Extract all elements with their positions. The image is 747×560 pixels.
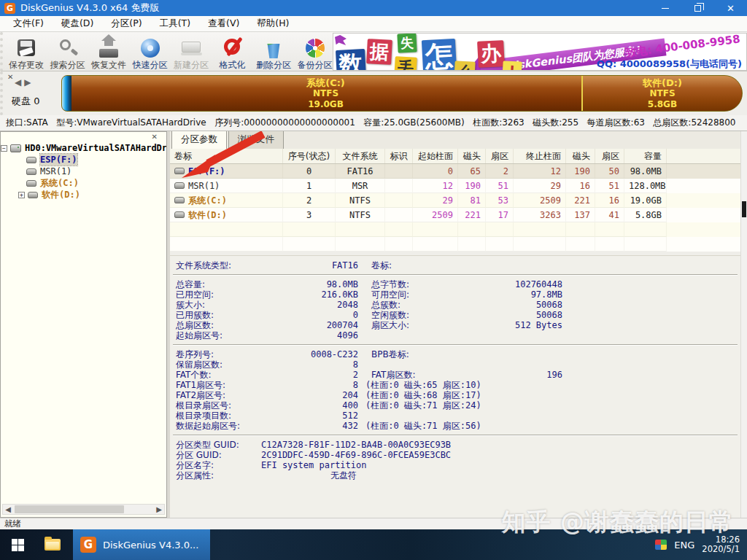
detail-label: FAT1扇区号:: [170, 380, 278, 390]
file-explorer-button[interactable]: [35, 529, 70, 560]
empty-cell: [566, 222, 595, 237]
close-icon: ✕: [727, 4, 735, 13]
toolbar-button-5[interactable]: 新建分区: [171, 34, 212, 70]
disk-bar-c-segment[interactable]: 系统(C:) NTFS 19.0GB: [71, 76, 580, 111]
table-row[interactable]: ESP(F:)0FAT160652121905098.0MB: [170, 164, 740, 179]
scroll-right-icon[interactable]: ▶: [154, 505, 164, 513]
menu-item-4[interactable]: 查看(V): [199, 16, 248, 31]
ad-banner[interactable]: DiskGenius团队为您服务! 致电: 400-008-9958 QQ: 4…: [333, 33, 747, 71]
column-header-9[interactable]: 扇区: [595, 149, 624, 163]
toolbar: DiskGenius团队为您服务! 致电: 400-008-9958 QQ: 4…: [0, 32, 747, 71]
detail-value-right: 196: [453, 370, 562, 380]
toolbar-button-3[interactable]: 恢复文件: [88, 34, 129, 70]
tab-partition-params[interactable]: 分区参数: [171, 131, 227, 149]
minimize-button[interactable]: [649, 0, 681, 16]
tab-browse-files[interactable]: 浏览文件: [228, 131, 284, 149]
backup-partition-icon: [306, 39, 325, 58]
detail-label: 分区属性:: [170, 470, 261, 481]
toolbar-button-label: 保存更改: [9, 60, 44, 70]
column-header-5[interactable]: 磁头: [458, 149, 486, 163]
diskgenius-icon: G: [80, 537, 96, 553]
column-header-8[interactable]: 磁头: [566, 149, 595, 163]
quick-partition-icon: [141, 39, 160, 58]
column-header-3[interactable]: 标识: [385, 149, 413, 163]
column-header-4[interactable]: 起始柱面: [413, 149, 458, 163]
table-row[interactable]: 系统(C:)2NTFS29815325092211619.0GB: [170, 193, 740, 208]
d-fs: NTFS: [583, 88, 742, 99]
column-header-10[interactable]: 容量: [624, 149, 667, 163]
restore-button[interactable]: [681, 0, 714, 16]
column-header-1[interactable]: 序号(状态): [283, 149, 336, 163]
toolbar-button-label: 删除分区: [256, 60, 291, 70]
details-section-3: 卷序列号:0008-C232BPB卷标:保留扇区数:8FAT个数:2FAT扇区数…: [170, 349, 740, 431]
expand-icon[interactable]: +: [18, 192, 25, 198]
ad-tile: !: [502, 61, 522, 71]
tree-item-软件(D:)[interactable]: +软件(D:): [1, 189, 166, 201]
partition-icon: [174, 182, 185, 189]
menu-item-0[interactable]: 文件(F): [4, 16, 53, 31]
column-header-6[interactable]: 扇区: [486, 149, 514, 163]
vertical-scrollbar-thumb[interactable]: [742, 201, 746, 217]
toolbar-button-1[interactable]: 保存更改: [6, 34, 47, 70]
scrollbar-thumb[interactable]: [15, 505, 124, 513]
detail-label: FAT个数:: [170, 370, 278, 380]
tree-item-MSR(1)[interactable]: MSR(1): [1, 166, 166, 177]
table-row[interactable]: 软件(D:)3NTFS2509221173263137415.8GB: [170, 208, 740, 222]
menu-item-2[interactable]: 分区(P): [102, 16, 150, 31]
cell: 16: [595, 193, 624, 208]
toolbar-button-4[interactable]: 快速分区: [130, 34, 171, 70]
menu-item-1[interactable]: 硬盘(D): [53, 16, 102, 31]
close-button[interactable]: ✕: [714, 0, 747, 16]
tree-horizontal-scrollbar[interactable]: ◀ ▶: [2, 504, 165, 515]
disk-bar-esp-segment[interactable]: [62, 76, 69, 111]
menu-item-5[interactable]: 帮助(H): [248, 16, 298, 31]
ad-tile: 办: [477, 40, 505, 68]
tree-item-ESP(F:)[interactable]: ESP(F:): [1, 154, 166, 166]
disk-panel-close-icon[interactable]: ✕: [7, 73, 13, 81]
scroll-left-icon[interactable]: ◀: [3, 505, 13, 513]
cell: MSR: [336, 179, 385, 193]
input-method-icon[interactable]: [655, 540, 667, 550]
detail-label-right: 总字节数:: [371, 279, 453, 289]
empty-cell: [624, 222, 667, 237]
language-indicator[interactable]: ENG: [674, 540, 694, 551]
diskgenius-task-button[interactable]: G DiskGenius V4.3.0...: [73, 529, 210, 560]
menu-item-3[interactable]: 工具(T): [151, 16, 199, 31]
disk-nav-arrows[interactable]: ◀▶: [15, 77, 34, 88]
detail-value: 8: [278, 380, 358, 390]
tree-item-系统(C:)[interactable]: 系统(C:): [1, 177, 166, 189]
toolbar-button-2[interactable]: 搜索分区: [47, 34, 88, 70]
recover-files-icon: [99, 49, 118, 58]
app-icon: G: [4, 3, 15, 14]
disk-bar-d-segment[interactable]: 软件(D:) NTFS 5.8GB: [581, 76, 742, 111]
toolbar-button-6[interactable]: 格式化: [212, 34, 253, 70]
section-divider: [173, 435, 738, 436]
column-header-0[interactable]: 卷标: [170, 149, 283, 163]
column-header-2[interactable]: 文件系统: [336, 149, 385, 163]
detail-row: 总扇区数:200704扇区大小:512 Bytes: [170, 320, 740, 330]
cell: 51: [595, 179, 624, 193]
tree-item-disk[interactable]: −HD0:VMwareVirtualSATAHardDrive: [1, 142, 166, 154]
detail-value: 4096: [278, 330, 358, 341]
detail-value: 98.0MB: [278, 279, 358, 289]
detail-value: 400: [278, 400, 358, 411]
table-row[interactable]: MSR(1)1MSR1219051291651128.0MB: [170, 179, 740, 193]
tree-panel-close-icon[interactable]: ✕: [152, 133, 158, 141]
empty-cell: [336, 237, 385, 252]
toolbar-button-8[interactable]: 备份分区: [295, 34, 336, 70]
detail-value: 432: [278, 421, 358, 431]
toolbar-button-label: 新建分区: [174, 60, 209, 70]
partition-tree-panel: ✕ −HD0:VMwareVirtualSATAHardDriveESP(F:)…: [0, 131, 167, 518]
detail-row: 分区属性:无盘符: [170, 470, 740, 481]
vertical-scrollbar[interactable]: [740, 131, 747, 518]
detail-value-right: [453, 349, 562, 359]
toolbar-button-7[interactable]: 删除分区: [253, 34, 294, 70]
disk-overview-panel: ✕ ◀▶ 硬盘 0 系统(C:) NTFS 19.0GB 软件(D:) NTFS…: [0, 71, 747, 115]
detail-chs-value: (柱面:0 磁头:68 扇区:17): [365, 390, 481, 400]
title-bar: G DiskGenius V4.3.0 x64 免费版 ✕: [0, 0, 747, 16]
volume-label: ESP(F:): [188, 164, 225, 179]
column-header-7[interactable]: 终止柱面: [514, 149, 566, 163]
collapse-icon[interactable]: −: [1, 145, 7, 152]
start-button[interactable]: [0, 529, 35, 560]
cell: 29: [413, 193, 458, 208]
